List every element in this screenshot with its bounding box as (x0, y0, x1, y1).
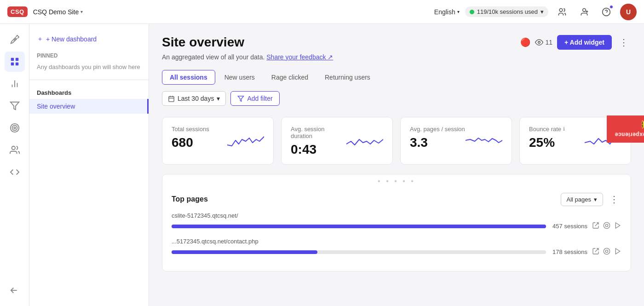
svg-marker-14 (10, 102, 18, 110)
date-filter-button[interactable]: Last 30 days ▾ (162, 91, 226, 106)
sessions-label: 119/10k sessions used (477, 8, 538, 15)
share-icon-1[interactable] (592, 248, 599, 256)
add-user-icon-button[interactable] (576, 4, 592, 20)
views-count: 11 (545, 39, 552, 46)
alert-icon[interactable]: 🔴 (520, 37, 530, 47)
page-views: 11 (535, 38, 552, 46)
svg-point-28 (605, 224, 608, 226)
bar-track-0 (172, 225, 546, 228)
sidebar-item-target[interactable] (5, 118, 25, 138)
date-chevron-icon: ▾ (217, 95, 220, 102)
play-icon-0[interactable] (614, 222, 621, 231)
filter-bar: Last 30 days ▾ Add filter (162, 91, 631, 106)
rocket-icon (10, 35, 20, 45)
page-description: An aggregated view of all your data. Sha… (162, 53, 631, 61)
collapse-icon (10, 285, 20, 295)
bar-track-1 (172, 250, 546, 254)
header-actions: 🔴 11 + Add widget ⋮ (520, 35, 631, 50)
bar-fill-0 (172, 225, 546, 228)
metric-avg-pages: Avg. pages / session 3.3 (400, 117, 512, 165)
rate-tab-icon: 🔔 (640, 120, 644, 129)
site-name: CSQ Demo Site (33, 8, 79, 16)
calendar-icon (168, 95, 175, 102)
metric-value-1: 0:43 (291, 142, 346, 157)
share-icon-0[interactable] (592, 222, 599, 231)
heatmap-icon-0[interactable] (603, 222, 610, 231)
page-sessions-1: 178 sessions (551, 248, 587, 255)
user-avatar[interactable]: U (620, 4, 637, 20)
new-dashboard-button[interactable]: ＋ + New dashboard (29, 31, 149, 47)
info-icon[interactable]: ℹ (563, 126, 565, 132)
content-sidebar: ＋ + New dashboard Pinned Any dashboards … (29, 24, 149, 306)
sidebar-item-dashboard[interactable] (5, 52, 25, 72)
page-title: Site overview (162, 35, 244, 50)
drag-handle[interactable]: • • • • • (162, 174, 631, 188)
feedback-link[interactable]: Share your feedback ↗ (266, 53, 333, 61)
metric-value-2: 3.3 (410, 135, 465, 150)
add-widget-label: + Add widget (564, 39, 604, 46)
language-selector[interactable]: English ▾ (434, 8, 460, 16)
language-chevron-icon: ▾ (457, 9, 460, 14)
sidebar-item-rocket[interactable] (5, 29, 25, 50)
page-url-1: ...5172345.qtcsq.net/contact.php (172, 238, 621, 245)
page-row-icons-0 (592, 222, 621, 231)
top-navbar: CSQ CSQ Demo Site ▾ English ▾ 119/10k se… (0, 0, 644, 24)
top-pages-body: cslite-5172345.qtcsq.net/ 457 sessions (162, 212, 631, 271)
team-icon (558, 7, 567, 17)
sidebar-item-funnels[interactable] (5, 96, 25, 116)
sidebar-item-charts[interactable] (5, 74, 25, 94)
page-bar-line-0: 457 sessions (172, 222, 621, 231)
tab-rage-clicked[interactable]: Rage clicked (264, 70, 316, 84)
sidebar-item-users[interactable] (5, 140, 25, 160)
sidebar-item-label: Site overview (37, 103, 75, 110)
pages-filter-button[interactable]: All pages ▾ (561, 193, 603, 206)
pages-filter-label: All pages (567, 196, 591, 203)
target-icon (10, 123, 20, 133)
bar-fill-1 (172, 250, 317, 254)
metric-chart-2 (466, 131, 502, 151)
svg-point-16 (12, 126, 17, 131)
tab-new-users[interactable]: New users (217, 70, 262, 84)
team-icon-button[interactable] (554, 4, 570, 20)
metric-value-0: 680 (172, 135, 209, 150)
svg-marker-25 (238, 96, 244, 101)
icon-sidebar (0, 24, 29, 306)
sessions-used-badge[interactable]: 119/10k sessions used ▾ (465, 6, 548, 17)
svg-point-27 (604, 222, 610, 228)
svg-rect-10 (15, 63, 18, 65)
site-selector[interactable]: CSQ Demo Site ▾ (33, 8, 83, 16)
top-pages-menu-button[interactable]: ⋮ (607, 192, 621, 207)
eye-icon (535, 38, 543, 46)
sidebar-item-site-overview[interactable]: Site overview (29, 99, 149, 114)
chart-icon (10, 79, 20, 89)
page-menu-button[interactable]: ⋮ (616, 35, 631, 50)
top-pages-actions: All pages ▾ ⋮ (561, 192, 621, 207)
heatmap-icon-1[interactable] (603, 248, 610, 256)
filter-icon (237, 95, 244, 102)
help-icon-button[interactable] (598, 4, 615, 20)
rate-experience-tab[interactable]: 🔔 Rate your experience (606, 115, 644, 143)
add-widget-button[interactable]: + Add widget (557, 35, 612, 50)
tab-returning-users[interactable]: Returning users (317, 70, 378, 84)
play-icon-1[interactable] (614, 248, 621, 256)
plus-icon: ＋ (37, 35, 43, 43)
add-filter-button[interactable]: Add filter (230, 91, 279, 106)
page-row: cslite-5172345.qtcsq.net/ 457 sessions (172, 212, 621, 231)
page-link-1[interactable]: ...5172345.qtcsq.net/contact.php (172, 238, 259, 245)
metric-avg-session-duration: Avg. session duration 0:43 (281, 117, 393, 165)
sidebar-item-integrations[interactable] (5, 162, 25, 182)
metrics-row: Total sessions 680 Avg. session duration… (162, 117, 631, 165)
app-logo[interactable]: CSQ (7, 6, 28, 17)
notification-badge (610, 5, 613, 9)
metric-value-3: 25% (529, 135, 565, 150)
page-link-0[interactable]: cslite-5172345.qtcsq.net/ (172, 212, 238, 219)
sessions-dot-icon (470, 10, 474, 14)
help-icon (602, 7, 611, 17)
svg-rect-8 (15, 58, 18, 61)
sidebar-collapse-button[interactable] (5, 280, 25, 300)
tab-all-sessions[interactable]: All sessions (162, 70, 215, 85)
page-row-icons-1 (592, 248, 621, 256)
dashboards-section-header: Dashboards (29, 84, 149, 99)
svg-line-26 (595, 223, 598, 226)
metric-label-1: Avg. session duration (291, 126, 346, 139)
